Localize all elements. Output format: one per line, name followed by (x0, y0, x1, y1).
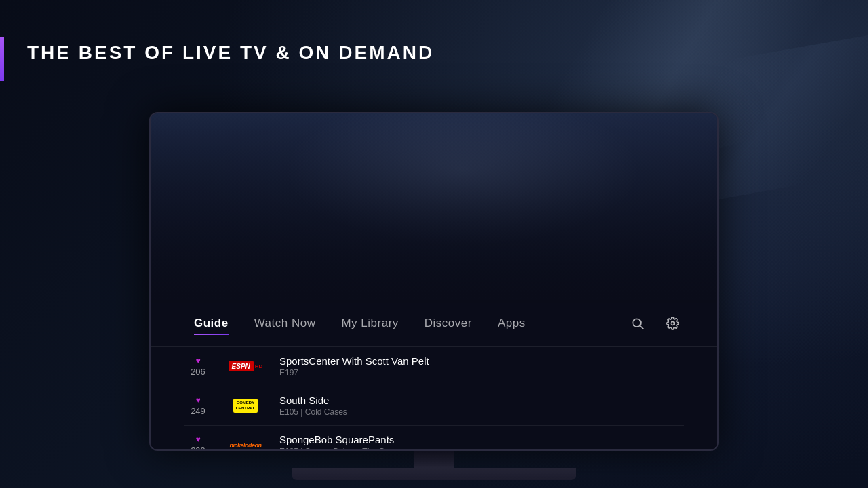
show-meta: E185 | SpongeBob vs. The Goo (279, 447, 684, 449)
svg-point-0 (633, 319, 641, 327)
table-row[interactable]: ♥ 249 COMEDYCENTRAL South Side E105 | Co… (184, 386, 684, 426)
espn-logo: ESPN HD (229, 361, 263, 371)
gear-icon (666, 317, 679, 330)
nickelodeon-logo: nickelodeon (229, 442, 261, 449)
tv-stand (149, 451, 719, 480)
show-title: South Side (279, 394, 684, 406)
comedy-central-logo: COMEDYCENTRAL (233, 399, 258, 412)
hero-background (151, 113, 717, 303)
show-title: SpongeBob SquarePants (279, 434, 684, 445)
channel-info: South Side E105 | Cold Cases (279, 394, 684, 417)
favorite-icon: ♥ (195, 356, 200, 365)
channel-logo-espn: ESPN HD (225, 357, 266, 377)
channel-number-container: ♥ 299 (184, 434, 212, 449)
channel-list: ♥ 206 ESPN HD SportsCenter With Scott Va… (151, 347, 717, 449)
tab-discover[interactable]: Discover (415, 314, 481, 333)
tv-container: Guide Watch Now My Library Discover Apps (149, 112, 719, 480)
channel-logo-comedy: COMEDYCENTRAL (225, 396, 266, 416)
svg-line-1 (640, 326, 644, 329)
channel-number-container: ♥ 249 (184, 395, 212, 416)
channel-info: SportsCenter With Scott Van Pelt E197 (279, 355, 684, 378)
table-row[interactable]: ♥ 206 ESPN HD SportsCenter With Scott Va… (184, 347, 684, 386)
channel-number-container: ♥ 206 (184, 356, 212, 377)
favorite-icon: ♥ (195, 395, 200, 405)
stand-base (292, 468, 576, 480)
page-title: THE BEST OF LIVE TV & ON DEMAND (27, 42, 434, 64)
favorite-icon: ♥ (195, 434, 200, 444)
channel-number: 249 (191, 406, 205, 416)
stand-neck (414, 451, 454, 468)
tab-my-library[interactable]: My Library (332, 314, 408, 333)
hero-overlay (151, 113, 717, 303)
show-meta: E105 | Cold Cases (279, 407, 684, 417)
show-title: SportsCenter With Scott Van Pelt (279, 355, 684, 367)
tab-watch-now[interactable]: Watch Now (245, 314, 326, 333)
channel-number: 299 (191, 445, 205, 449)
navigation-bar: Guide Watch Now My Library Discover Apps (151, 300, 717, 449)
table-row[interactable]: ♥ 299 nickelodeon SpongeBob SquarePants … (184, 426, 684, 449)
accent-bar (0, 37, 4, 81)
channel-number: 206 (191, 367, 205, 377)
channel-logo-nick: nickelodeon (225, 435, 266, 450)
nav-icons (627, 312, 684, 334)
nav-tabs: Guide Watch Now My Library Discover Apps (151, 300, 717, 347)
hd-text: HD (255, 363, 263, 369)
espn-text: ESPN (229, 361, 254, 371)
settings-button[interactable] (662, 312, 684, 334)
tab-guide[interactable]: Guide (184, 314, 238, 333)
tab-apps[interactable]: Apps (488, 314, 535, 333)
search-button[interactable] (627, 312, 648, 334)
channel-info: SpongeBob SquarePants E185 | SpongeBob v… (279, 434, 684, 449)
search-icon (631, 317, 644, 330)
tv-bezel: Guide Watch Now My Library Discover Apps (149, 112, 719, 451)
tv-screen: Guide Watch Now My Library Discover Apps (151, 113, 717, 449)
svg-point-2 (671, 322, 675, 325)
show-meta: E197 (279, 368, 684, 378)
